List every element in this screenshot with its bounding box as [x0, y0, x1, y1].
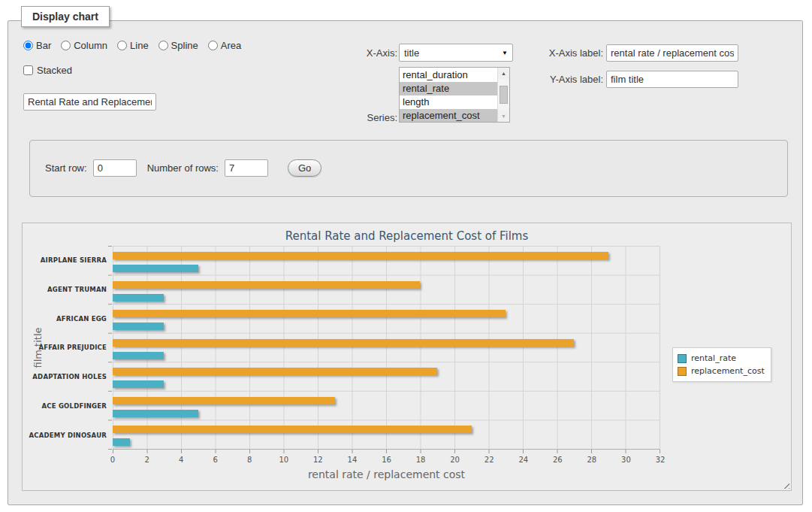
x-tick-label: 8 [247, 456, 252, 464]
plot-area [113, 246, 660, 450]
y-axis-label-input[interactable] [606, 71, 738, 88]
start-row-input[interactable] [93, 159, 137, 177]
series-listbox[interactable]: rental_durationrental_ratelengthreplacem… [399, 67, 510, 123]
chart-legend: rental_ratereplacement_cost [672, 347, 771, 382]
chart-type-radio-spline[interactable] [158, 41, 168, 50]
x-tick-label: 32 [656, 456, 666, 464]
legend-item-replacement-cost[interactable]: replacement_cost [678, 365, 765, 377]
page: Display chart BarColumnLineSplineArea St… [0, 0, 812, 512]
series-options: rental_durationrental_ratelengthreplacem… [400, 68, 497, 123]
replacement-cost-bar [113, 310, 506, 317]
chart-type-label: Spline [171, 40, 198, 51]
chart-type-option-spline[interactable]: Spline [158, 40, 198, 51]
chart-type-option-area[interactable]: Area [208, 40, 241, 51]
chart-type-option-bar[interactable]: Bar [23, 40, 51, 51]
y-axis-label-label: Y-Axis label: [534, 74, 603, 85]
chart-type-label: Bar [36, 40, 51, 51]
x-tick-label: 10 [279, 456, 288, 464]
number-of-rows-label: Number of rows: [147, 162, 219, 174]
category-label: ADAPTATION HOLES [23, 362, 107, 392]
scroll-down-icon[interactable]: ▼ [498, 111, 509, 122]
rental-rate-bar [113, 294, 164, 301]
x-axis-ticks [113, 450, 660, 453]
category-band [113, 304, 660, 333]
replacement-cost-bar [113, 426, 472, 433]
x-tick-label: 12 [313, 456, 323, 464]
category-band [113, 420, 660, 449]
chart-type-radio-bar[interactable] [23, 41, 33, 50]
category-label: AGENT TRUMAN [23, 275, 107, 304]
x-tick-label: 26 [553, 456, 563, 464]
category-label: AFFAIR PREJUDICE [23, 333, 107, 362]
y-axis-ticks [108, 246, 112, 450]
x-tick-label: 14 [348, 456, 358, 464]
x-axis-title: rental rate / replacement cost [113, 468, 660, 480]
x-axis-tick-labels: 02468101214161820222426283032 [113, 456, 660, 465]
replacement-cost-bar [113, 368, 437, 375]
rows-panel: Start row: Number of rows: Go [29, 140, 788, 197]
x-tick-label: 4 [179, 456, 183, 464]
chart-type-radio-group: BarColumnLineSplineArea [23, 40, 241, 51]
x-tick-label: 18 [416, 456, 426, 464]
x-axis-select-label: X-Axis: [337, 47, 397, 59]
category-label: ACADEMY DINOSAUR [23, 420, 107, 450]
legend-swatch-icon [678, 367, 687, 376]
category-label: AIRPLANE SIERRA [23, 246, 107, 275]
category-band [113, 333, 660, 362]
stacked-checkbox-row: Stacked [23, 65, 72, 76]
category-label: AFRICAN EGG [23, 304, 107, 333]
rental-rate-bar [113, 410, 198, 417]
x-tick-label: 16 [382, 456, 391, 464]
series-list-label: Series: [337, 112, 397, 123]
chart-type-option-column[interactable]: Column [61, 40, 107, 51]
chart-type-radio-column[interactable] [61, 41, 71, 50]
category-axis-labels: AIRPLANE SIERRAAGENT TRUMANAFRICAN EGGAF… [23, 246, 107, 450]
go-button[interactable]: Go [288, 159, 321, 177]
x-axis-select[interactable]: title ▼ [399, 44, 513, 62]
x-axis-label-input[interactable] [606, 44, 738, 62]
chart-type-radio-line[interactable] [117, 41, 127, 50]
scroll-up-icon[interactable]: ▲ [498, 68, 509, 79]
scrollbar[interactable]: ▲ ▼ [497, 68, 509, 122]
resize-handle[interactable] [781, 480, 789, 489]
series-option-rental-duration[interactable]: rental_duration [400, 68, 497, 82]
legend-item-rental-rate[interactable]: rental_rate [678, 352, 765, 365]
x-tick-label: 24 [518, 456, 528, 464]
chart-container: Rental Rate and Replacement Cost of Film… [22, 223, 792, 491]
x-axis-select-value: title [404, 47, 419, 59]
rental-rate-bar [113, 438, 130, 446]
stacked-label: Stacked [37, 65, 72, 76]
x-axis-label-label: X-Axis label: [534, 47, 603, 59]
category-label: ACE GOLDFINGER [23, 392, 107, 421]
display-chart-fieldset: BarColumnLineSplineArea Stacked X-Axis: … [8, 20, 803, 505]
chart-type-label: Line [130, 40, 149, 51]
replacement-cost-bar [113, 281, 420, 289]
category-band [113, 362, 660, 391]
series-option-replacement-cost[interactable]: replacement_cost [400, 109, 509, 123]
category-band [113, 275, 660, 304]
rental-rate-bar [113, 323, 164, 330]
x-tick-label: 28 [587, 456, 597, 464]
fieldset-legend: Display chart [21, 6, 110, 27]
category-band [113, 391, 660, 420]
replacement-cost-bar [113, 339, 574, 347]
chart-type-radio-area[interactable] [208, 41, 218, 50]
rental-rate-bar [113, 265, 198, 272]
x-tick-label: 6 [213, 456, 218, 464]
chevron-down-icon: ▼ [502, 50, 508, 56]
replacement-cost-bar [113, 252, 608, 259]
rental-rate-bar [113, 352, 164, 359]
rental-rate-bar [113, 380, 164, 388]
stacked-checkbox[interactable] [23, 65, 33, 75]
x-tick-label: 22 [484, 456, 494, 464]
chart-title-input[interactable] [23, 93, 156, 111]
start-row-label: Start row: [45, 162, 87, 174]
scrollbar-thumb[interactable] [500, 86, 508, 104]
series-option-length[interactable]: length [400, 95, 497, 109]
number-of-rows-input[interactable] [225, 159, 268, 177]
legend-label: rental_rate [691, 353, 736, 363]
series-option-rental-rate[interactable]: rental_rate [400, 82, 509, 95]
chart-type-option-line[interactable]: Line [117, 40, 149, 51]
category-band [113, 246, 660, 275]
replacement-cost-bar [113, 397, 335, 404]
